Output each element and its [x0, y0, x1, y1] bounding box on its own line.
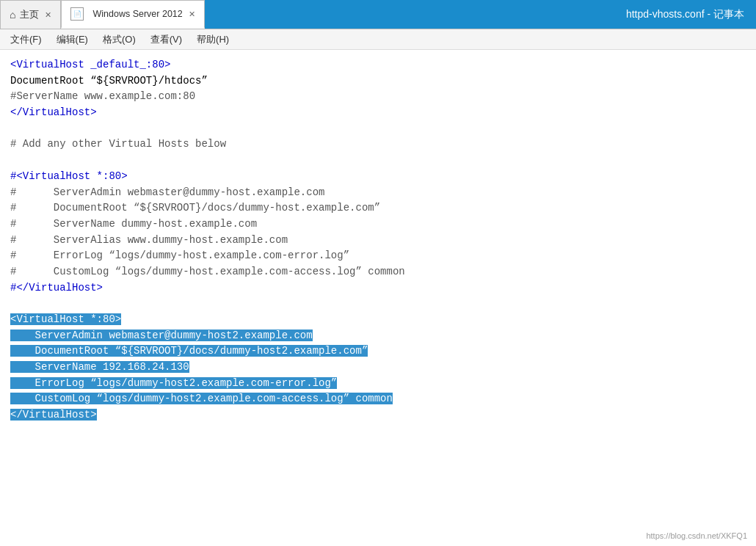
menu-file[interactable]: 文件(F): [4, 31, 48, 48]
tab-home[interactable]: ⌂ 主页 ✕: [0, 0, 61, 29]
editor-line: ServerName 192.168.24.130: [10, 360, 746, 376]
editor-line: # Add any other Virtual Hosts below: [10, 136, 746, 153]
notepad-title: httpd-vhosts.conf - 记事本: [626, 8, 744, 21]
menu-format[interactable]: 格式(O): [97, 31, 142, 48]
editor-line: ErrorLog “logs/dummy-host2.example.com-e…: [10, 376, 746, 392]
editor-line: #ServerName www.example.com:80: [10, 89, 746, 105]
editor-line: DocumentRoot “${SRVROOT}/htdocs”: [10, 73, 746, 90]
menu-view[interactable]: 查看(V): [145, 31, 188, 48]
notepad-tab-icon: 📄: [70, 7, 84, 21]
home-icon: ⌂: [10, 9, 15, 21]
editor-line: # CustomLog “logs/dummy-host.example.com…: [10, 264, 746, 280]
editor-line: # ServerAdmin webmaster@dummy-host.examp…: [10, 185, 746, 201]
editor-line: [10, 121, 746, 137]
notepad-titlebar: httpd-vhosts.conf - 记事本: [205, 0, 756, 29]
tab-home-close[interactable]: ✕: [45, 10, 51, 20]
editor-area[interactable]: <VirtualHost _default_:80>DocumentRoot “…: [0, 50, 756, 523]
chrome-header: ⌂ 主页 ✕ 📄 Windows Server 2012 ✕ httpd-vho…: [0, 0, 756, 29]
editor-line: ServerAdmin webmaster@dummy-host2.exampl…: [10, 328, 746, 344]
editor-line: CustomLog “logs/dummy-host2.example.com-…: [10, 391, 746, 407]
menubar: 文件(F) 编辑(E) 格式(O) 查看(V) 帮助(H): [0, 29, 756, 50]
menu-help[interactable]: 帮助(H): [191, 31, 235, 48]
editor-line: <VirtualHost _default_:80>: [10, 57, 746, 73]
editor-line: </VirtualHost>: [10, 105, 746, 121]
tab-home-label: 主页: [20, 9, 39, 21]
editor-line: [10, 296, 746, 312]
editor-line: # DocumentRoot “${SRVROOT}/docs/dummy-ho…: [10, 200, 746, 216]
editor-line: [10, 153, 746, 169]
tab-active-label: Windows Server 2012: [92, 9, 182, 19]
menu-edit[interactable]: 编辑(E): [51, 31, 94, 48]
editor-line: #<VirtualHost *:80>: [10, 169, 746, 185]
editor-line: <VirtualHost *:80>: [10, 312, 746, 328]
editor-line: #</VirtualHost>: [10, 280, 746, 296]
editor-line: # ServerAlias www.dummy-host.example.com: [10, 233, 746, 249]
editor-line: DocumentRoot “${SRVROOT}/docs/dummy-host…: [10, 343, 746, 360]
editor-line: # ServerName dummy-host.example.com: [10, 216, 746, 233]
editor-line: # ErrorLog “logs/dummy-host.example.com-…: [10, 248, 746, 264]
tab-windows-server[interactable]: 📄 Windows Server 2012 ✕: [61, 0, 204, 29]
watermark: https://blog.csdn.net/XKFQ1: [646, 531, 747, 540]
tab-active-close[interactable]: ✕: [189, 10, 195, 19]
editor-line: </VirtualHost>: [10, 407, 746, 423]
